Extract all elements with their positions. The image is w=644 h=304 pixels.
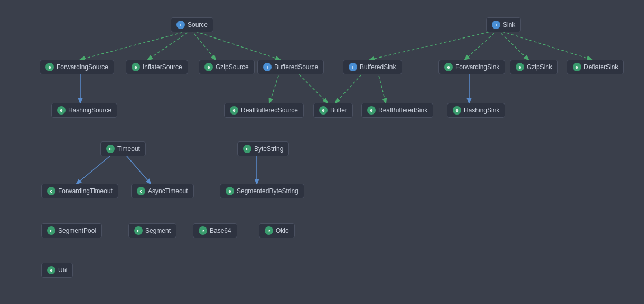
hashing-source-badge: e xyxy=(57,106,66,115)
gzip-sink-label: GzipSink xyxy=(527,63,552,71)
base64-node[interactable]: e Base64 xyxy=(193,223,237,238)
real-buffered-sink-badge: e xyxy=(367,106,376,115)
sink-label: Sink xyxy=(503,21,515,28)
segment-pool-badge: e xyxy=(47,226,55,235)
svg-line-7 xyxy=(498,30,592,60)
real-buffered-sink-label: RealBufferedSink xyxy=(378,107,427,114)
real-buffered-sink-node[interactable]: e RealBufferedSink xyxy=(361,103,433,118)
util-node[interactable]: e Util xyxy=(41,263,73,278)
gzip-source-badge: e xyxy=(204,63,213,71)
svg-line-14 xyxy=(77,153,114,184)
segmented-bytestring-label: SegmentedByteString xyxy=(237,187,298,195)
gzip-sink-badge: e xyxy=(516,63,524,71)
hashing-source-label: HashingSource xyxy=(68,107,111,114)
async-timeout-badge: c xyxy=(137,187,145,195)
real-buffered-source-badge: e xyxy=(230,106,238,115)
okio-node[interactable]: e Okio xyxy=(259,223,295,238)
real-buffered-source-label: RealBufferedSource xyxy=(241,107,298,114)
sink-node[interactable]: i Sink xyxy=(486,17,521,32)
segment-badge: e xyxy=(134,226,143,235)
timeout-node[interactable]: c Timeout xyxy=(100,141,146,156)
forwarding-source-label: ForwardingSource xyxy=(57,63,108,71)
forwarding-sink-label: ForwardingSink xyxy=(455,63,499,71)
gzip-source-node[interactable]: e GzipSource xyxy=(199,60,255,74)
base64-badge: e xyxy=(199,226,207,235)
async-timeout-node[interactable]: c AsyncTimeout xyxy=(131,184,194,198)
segment-label: Segment xyxy=(145,227,171,234)
hashing-sink-node[interactable]: e HashingSink xyxy=(447,103,505,118)
svg-line-0 xyxy=(80,30,191,60)
hashing-sink-label: HashingSink xyxy=(464,107,499,114)
forwarding-sink-badge: e xyxy=(444,63,453,71)
util-badge: e xyxy=(47,266,55,274)
svg-line-1 xyxy=(148,30,191,60)
svg-line-6 xyxy=(498,30,528,60)
hashing-sink-badge: e xyxy=(453,106,461,115)
svg-line-4 xyxy=(370,30,498,60)
buffered-sink-node[interactable]: i BufferedSink xyxy=(343,60,402,74)
forwarding-sink-node[interactable]: e ForwardingSink xyxy=(438,60,505,74)
buffer-label: Buffer xyxy=(330,107,347,114)
buffer-node[interactable]: e Buffer xyxy=(313,103,353,118)
hashing-source-node[interactable]: e HashingSource xyxy=(51,103,117,118)
forwarding-timeout-node[interactable]: c ForwardingTimeout xyxy=(41,184,118,198)
sink-badge: i xyxy=(492,21,500,29)
forwarding-source-badge: e xyxy=(45,63,54,71)
inflater-source-badge: e xyxy=(132,63,140,71)
timeout-label: Timeout xyxy=(117,145,140,153)
buffered-source-label: BufferedSource xyxy=(274,63,318,71)
source-node[interactable]: i Source xyxy=(171,17,213,32)
gzip-sink-node[interactable]: e GzipSink xyxy=(510,60,558,74)
inflater-source-label: InflaterSource xyxy=(143,63,182,71)
segment-pool-label: SegmentPool xyxy=(58,227,96,234)
buffered-sink-label: BufferedSink xyxy=(360,63,396,71)
bytestring-badge: c xyxy=(243,145,251,153)
svg-line-12 xyxy=(335,71,365,103)
svg-line-3 xyxy=(191,30,280,60)
async-timeout-label: AsyncTimeout xyxy=(148,187,188,195)
forwarding-timeout-label: ForwardingTimeout xyxy=(58,187,113,195)
util-label: Util xyxy=(58,267,67,274)
buffer-badge: e xyxy=(319,106,328,115)
okio-label: Okio xyxy=(276,227,289,234)
buffered-source-node[interactable]: i BufferedSource xyxy=(257,60,324,74)
buffered-source-badge: i xyxy=(263,63,272,71)
svg-line-15 xyxy=(124,153,151,184)
segmented-bytestring-node[interactable]: e SegmentedByteString xyxy=(220,184,304,198)
segmented-bytestring-badge: e xyxy=(226,187,234,195)
bytestring-node[interactable]: c ByteString xyxy=(237,141,289,156)
deflater-sink-badge: e xyxy=(573,63,581,71)
forwarding-timeout-badge: c xyxy=(47,187,55,195)
real-buffered-source-node[interactable]: e RealBufferedSource xyxy=(224,103,304,118)
source-label: Source xyxy=(188,21,208,28)
svg-line-11 xyxy=(296,71,328,103)
svg-line-10 xyxy=(269,71,280,103)
svg-line-5 xyxy=(465,30,498,60)
timeout-badge: c xyxy=(106,145,115,153)
segment-node[interactable]: e Segment xyxy=(128,223,176,238)
segment-pool-node[interactable]: e SegmentPool xyxy=(41,223,102,238)
buffered-sink-badge: i xyxy=(349,63,357,71)
gzip-source-label: GzipSource xyxy=(216,63,249,71)
okio-badge: e xyxy=(265,226,273,235)
deflater-sink-node[interactable]: e DeflaterSink xyxy=(567,60,624,74)
bytestring-label: ByteString xyxy=(254,145,283,153)
forwarding-source-node[interactable]: e ForwardingSource xyxy=(40,60,114,74)
base64-label: Base64 xyxy=(210,227,231,234)
deflater-sink-label: DeflaterSink xyxy=(584,63,618,71)
inflater-source-node[interactable]: e InflaterSource xyxy=(126,60,188,74)
svg-line-2 xyxy=(191,30,216,60)
source-badge: i xyxy=(176,21,185,29)
svg-line-13 xyxy=(378,71,386,103)
